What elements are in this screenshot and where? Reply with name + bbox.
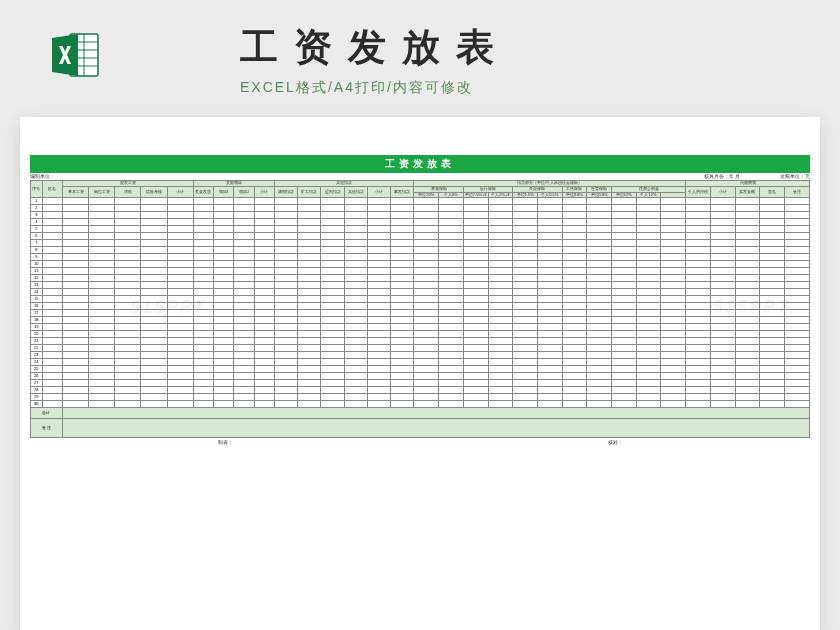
cell (193, 275, 213, 282)
cell (115, 275, 141, 282)
cell (254, 387, 274, 394)
cell (42, 205, 62, 212)
cell (62, 366, 88, 373)
cell (141, 268, 167, 275)
table-row: 7 (31, 240, 810, 247)
cell (439, 317, 464, 324)
cell (234, 380, 254, 387)
cell (587, 303, 612, 310)
cell (784, 289, 809, 296)
cell (214, 387, 234, 394)
cell (636, 212, 661, 219)
cell (661, 296, 686, 303)
cell (214, 198, 234, 205)
cell (89, 352, 115, 359)
cell (686, 226, 711, 233)
cell (391, 275, 414, 282)
col-actualpay: 实发金额 (735, 186, 760, 198)
cell (587, 212, 612, 219)
cell (89, 296, 115, 303)
period-value: 年 月 (729, 174, 740, 179)
cell (537, 261, 562, 268)
cell (321, 261, 344, 268)
cell (141, 254, 167, 261)
cell (141, 401, 167, 408)
table-row: 1 (31, 198, 810, 205)
cell (62, 261, 88, 268)
cell (89, 387, 115, 394)
cell (562, 247, 587, 254)
cell (214, 247, 234, 254)
cell (587, 268, 612, 275)
cell (587, 380, 612, 387)
cell (661, 338, 686, 345)
cell (735, 387, 760, 394)
cell (214, 366, 234, 373)
cell (735, 380, 760, 387)
cell (537, 387, 562, 394)
col-other: 其他扣款 (344, 186, 367, 198)
cell (89, 247, 115, 254)
cell (234, 331, 254, 338)
cell (367, 198, 390, 205)
cell (167, 366, 193, 373)
col-actual-deduct: 事发扣款 (391, 186, 414, 198)
cell (62, 338, 88, 345)
cell (562, 254, 587, 261)
cell (537, 219, 562, 226)
cell (710, 373, 735, 380)
cell (321, 394, 344, 401)
cell (275, 275, 298, 282)
cell (513, 198, 538, 205)
cell (463, 373, 488, 380)
cell (414, 380, 439, 387)
cell (42, 380, 62, 387)
cell (414, 401, 439, 408)
cell (141, 394, 167, 401)
cell (414, 233, 439, 240)
cell (488, 289, 513, 296)
cell (254, 317, 274, 324)
cell (587, 289, 612, 296)
cell (42, 268, 62, 275)
cell (89, 310, 115, 317)
cell (735, 352, 760, 359)
cell (141, 331, 167, 338)
cell (784, 387, 809, 394)
cell (760, 345, 785, 352)
cell (254, 296, 274, 303)
cell (760, 247, 785, 254)
table-header: 序号 姓名 应发工资 奖励项目 其他扣款 扣款部分（单位/个人承担社会保险） 代… (31, 181, 810, 198)
cell (611, 226, 636, 233)
cell (167, 331, 193, 338)
cell (275, 373, 298, 380)
col-remark: 备注 (784, 186, 809, 198)
table-row: 23 (31, 352, 810, 359)
cell (562, 275, 587, 282)
table-row: 21 (31, 338, 810, 345)
cell (710, 366, 735, 373)
cell (636, 240, 661, 247)
cell (42, 198, 62, 205)
cell (513, 359, 538, 366)
cell (537, 303, 562, 310)
cell (636, 275, 661, 282)
cell (62, 317, 88, 324)
cell (414, 303, 439, 310)
cell (391, 268, 414, 275)
cell (115, 254, 141, 261)
cell (115, 352, 141, 359)
cell (42, 212, 62, 219)
cell (167, 275, 193, 282)
cell (167, 233, 193, 240)
cell (367, 247, 390, 254)
cell (275, 317, 298, 324)
cell (298, 205, 321, 212)
cell (298, 380, 321, 387)
cell (735, 247, 760, 254)
cell (167, 219, 193, 226)
cell (488, 198, 513, 205)
cell (254, 219, 274, 226)
cell (439, 310, 464, 317)
cell (89, 331, 115, 338)
